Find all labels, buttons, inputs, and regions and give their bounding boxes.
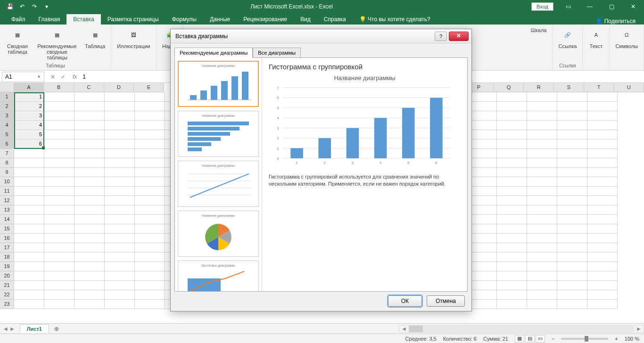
name-box[interactable]: A1▼	[2, 72, 44, 82]
chart-thumb-column[interactable]: Название диаграммы	[178, 61, 259, 107]
col-header[interactable]: A	[14, 83, 44, 92]
cell[interactable]	[527, 224, 557, 234]
cell[interactable]	[105, 234, 135, 243]
cell[interactable]	[105, 215, 135, 224]
cell[interactable]	[587, 102, 618, 111]
cell[interactable]	[74, 215, 105, 224]
cell[interactable]	[557, 262, 587, 271]
cell[interactable]	[44, 243, 74, 253]
cell[interactable]	[74, 196, 105, 205]
cell[interactable]	[557, 139, 587, 149]
cell[interactable]	[497, 253, 527, 262]
cell[interactable]	[527, 168, 557, 177]
cell[interactable]	[44, 111, 74, 121]
ok-button[interactable]: ОК	[388, 295, 422, 307]
cell[interactable]	[105, 205, 135, 215]
maximize-icon[interactable]: ▢	[601, 0, 622, 13]
row-header[interactable]: 9	[0, 168, 14, 177]
cell[interactable]	[135, 300, 165, 309]
dialog-help-button[interactable]: ?	[435, 32, 447, 41]
cell[interactable]	[44, 187, 74, 196]
cell[interactable]	[497, 177, 527, 187]
cell[interactable]	[74, 300, 105, 309]
view-page-break-icon[interactable]: ▭	[536, 335, 545, 343]
cell[interactable]	[74, 111, 105, 121]
row-header[interactable]: 20	[0, 271, 14, 281]
minimize-icon[interactable]: ―	[579, 0, 601, 13]
cell[interactable]	[557, 215, 587, 224]
undo-icon[interactable]: ↶	[17, 1, 27, 12]
cell[interactable]	[44, 92, 74, 102]
cell[interactable]	[527, 130, 557, 139]
cell[interactable]	[587, 290, 618, 300]
cell[interactable]	[105, 300, 135, 309]
cell[interactable]	[557, 234, 587, 243]
cell[interactable]	[527, 158, 557, 168]
qat-dropdown-icon[interactable]: ▾	[41, 1, 52, 12]
cell[interactable]	[497, 196, 527, 205]
cell[interactable]	[135, 177, 165, 187]
cell[interactable]	[135, 158, 165, 168]
cell[interactable]	[105, 290, 135, 300]
cell[interactable]	[44, 300, 74, 309]
cell[interactable]	[74, 168, 105, 177]
cell[interactable]	[527, 187, 557, 196]
cell[interactable]	[497, 149, 527, 158]
row-header[interactable]: 6	[0, 139, 14, 149]
tab-data[interactable]: Данные	[203, 14, 237, 24]
cell[interactable]	[135, 187, 165, 196]
row-header[interactable]: 13	[0, 205, 14, 215]
chart-thumb-pie[interactable]: Название диаграммы	[178, 211, 259, 257]
cell[interactable]	[74, 121, 105, 130]
cell[interactable]	[14, 262, 44, 271]
row-header[interactable]: 10	[0, 177, 14, 187]
cell[interactable]	[74, 130, 105, 139]
cell[interactable]	[527, 215, 557, 224]
select-all-corner[interactable]	[0, 83, 14, 92]
tab-formulas[interactable]: Формулы	[165, 14, 203, 24]
chart-thumb-line[interactable]: Название диаграммы	[178, 161, 259, 207]
cell[interactable]	[74, 177, 105, 187]
cell[interactable]	[587, 253, 618, 262]
row-header[interactable]: 1	[0, 92, 14, 102]
cell[interactable]	[587, 168, 618, 177]
cell[interactable]	[527, 205, 557, 215]
cell[interactable]	[587, 234, 618, 243]
cell[interactable]	[135, 262, 165, 271]
cell[interactable]	[497, 121, 527, 130]
cell[interactable]	[527, 262, 557, 271]
cell[interactable]	[557, 300, 587, 309]
cell[interactable]	[14, 187, 44, 196]
cell[interactable]	[14, 234, 44, 243]
row-header[interactable]: 18	[0, 253, 14, 262]
row-header[interactable]: 12	[0, 196, 14, 205]
accept-formula-icon[interactable]: ✓	[58, 74, 68, 80]
cell[interactable]	[587, 262, 618, 271]
share-button[interactable]: 👤 Поделиться	[595, 18, 636, 24]
cell[interactable]	[497, 262, 527, 271]
dialog-close-button[interactable]: ✕	[449, 32, 469, 41]
cell[interactable]	[14, 243, 44, 253]
redo-icon[interactable]: ↷	[29, 1, 40, 12]
cell[interactable]	[527, 121, 557, 130]
cell[interactable]	[557, 102, 587, 111]
cell[interactable]	[135, 234, 165, 243]
cell[interactable]	[527, 253, 557, 262]
cell[interactable]	[44, 168, 74, 177]
cell[interactable]	[497, 168, 527, 177]
cell[interactable]	[135, 149, 165, 158]
cell[interactable]	[105, 187, 135, 196]
cell[interactable]	[587, 271, 618, 281]
save-icon[interactable]: 💾	[5, 1, 15, 12]
row-header[interactable]: 23	[0, 300, 14, 309]
cell[interactable]	[44, 224, 74, 234]
cell[interactable]	[135, 92, 165, 102]
cell[interactable]	[105, 224, 135, 234]
cell[interactable]	[44, 149, 74, 158]
cell[interactable]: 4	[14, 121, 44, 130]
cell[interactable]	[14, 149, 44, 158]
cell[interactable]	[497, 215, 527, 224]
row-header[interactable]: 15	[0, 224, 14, 234]
cell[interactable]: 2	[14, 102, 44, 111]
cell[interactable]	[105, 102, 135, 111]
